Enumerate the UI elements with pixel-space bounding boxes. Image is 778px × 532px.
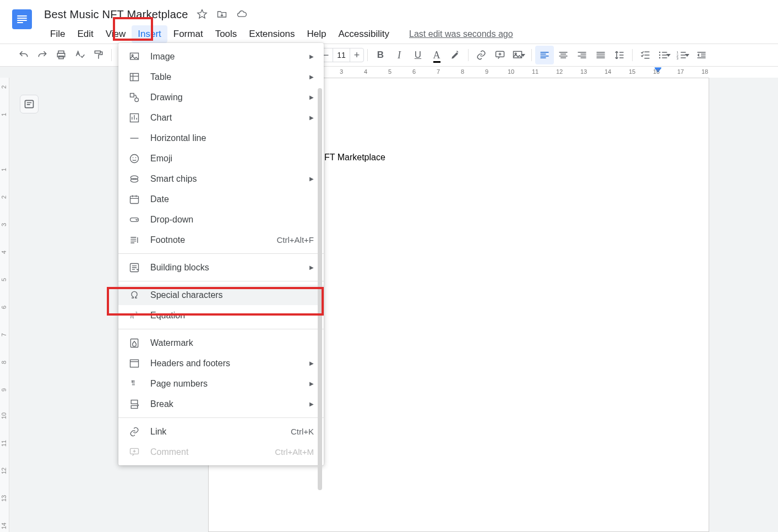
svg-point-7 <box>659 52 661 53</box>
menu-view[interactable]: View <box>100 25 132 43</box>
add-comment-button[interactable] <box>491 46 509 64</box>
menu-item-label: Watermark <box>150 338 314 348</box>
svg-rect-17 <box>130 93 134 97</box>
cloud-status-icon[interactable] <box>236 8 248 20</box>
table-icon <box>128 71 140 83</box>
menu-item-label: Special characters <box>150 290 314 300</box>
ruler-number: 9 <box>1 388 7 392</box>
insert-menu-table[interactable]: Table▶ <box>118 67 324 87</box>
insert-menu-page-numbers[interactable]: #Page numbers▶ <box>118 373 324 394</box>
svg-text:2: 2 <box>135 311 138 315</box>
menu-edit[interactable]: Edit <box>71 25 99 43</box>
italic-button[interactable]: I <box>390 46 409 64</box>
svg-rect-3 <box>95 51 100 53</box>
vertical-ruler[interactable]: 211234567891011121314 <box>0 78 9 532</box>
menu-tools[interactable]: Tools <box>209 25 243 43</box>
insert-menu-break[interactable]: Break▶ <box>118 394 324 414</box>
insert-menu-building-blocks[interactable]: Building blocks▶ <box>118 257 324 278</box>
submenu-caret-icon: ▶ <box>309 176 314 182</box>
svg-point-8 <box>659 55 661 56</box>
svg-point-24 <box>130 178 138 182</box>
text-color-button[interactable]: A <box>427 46 446 64</box>
insert-menu-special-characters[interactable]: Special characters <box>118 285 324 305</box>
dropdown-scrollbar[interactable] <box>318 88 322 454</box>
ruler-number: 13 <box>580 68 587 75</box>
align-right-button[interactable] <box>573 46 591 64</box>
submenu-caret-icon: ▶ <box>309 360 314 366</box>
svg-rect-31 <box>130 360 139 367</box>
ruler-number: 8 <box>461 68 464 75</box>
menu-item-shortcut: Ctrl+K <box>291 427 314 436</box>
highlight-color-button[interactable] <box>446 46 465 64</box>
menu-file[interactable]: File <box>44 25 71 43</box>
bold-button[interactable]: B <box>371 46 390 64</box>
submenu-caret-icon: ▶ <box>309 264 314 270</box>
ruler-number: 2 <box>1 85 7 89</box>
ruler-number: 17 <box>677 68 684 75</box>
decrease-indent-button[interactable] <box>692 46 711 64</box>
numbered-list-button[interactable]: 123 <box>673 46 692 64</box>
insert-menu-headers-and-footers[interactable]: Headers and footers▶ <box>118 353 324 373</box>
insert-menu-link[interactable]: LinkCtrl+K <box>118 421 324 442</box>
menu-help[interactable]: Help <box>301 25 332 43</box>
menu-item-label: Building blocks <box>150 263 314 273</box>
line-spacing-button[interactable] <box>610 46 629 64</box>
star-icon[interactable] <box>196 8 208 20</box>
menu-format[interactable]: Format <box>167 25 209 43</box>
insert-link-button[interactable] <box>472 46 491 64</box>
menu-item-label: Equation <box>150 311 314 321</box>
undo-button[interactable] <box>14 46 33 64</box>
horizontal-ruler[interactable]: 3456789101112131415161718 <box>0 67 778 79</box>
font-size-control[interactable]: − 11 + <box>319 48 364 62</box>
svg-point-22 <box>135 157 137 158</box>
paint-format-button[interactable] <box>89 46 108 64</box>
dropdown-icon <box>128 214 140 226</box>
ruler-number: 7 <box>437 68 440 75</box>
menu-item-label: Horizontal line <box>150 133 314 143</box>
document-outline-button[interactable] <box>20 95 39 113</box>
bulleted-list-button[interactable] <box>655 46 673 64</box>
insert-menu-equation[interactable]: π2Equation <box>118 305 324 325</box>
ruler-number: 12 <box>1 468 7 474</box>
header: Best Music NFT Marketplace FileEditViewI… <box>0 0 778 44</box>
svg-text:#: # <box>131 379 133 383</box>
app-logo[interactable] <box>0 6 44 29</box>
insert-menu-footnote[interactable]: FootnoteCtrl+Alt+F <box>118 230 324 250</box>
insert-menu-smart-chips[interactable]: Smart chips▶ <box>118 169 324 189</box>
font-size-value[interactable]: 11 <box>333 48 350 62</box>
menu-accessibility[interactable]: Accessibility <box>332 25 395 43</box>
ruler-number: 10 <box>508 68 514 75</box>
insert-menu-chart[interactable]: Chart▶ <box>118 107 324 128</box>
svg-rect-16 <box>130 73 139 80</box>
move-to-folder-icon[interactable] <box>216 8 228 20</box>
last-edit-link[interactable]: Last edit was seconds ago <box>409 29 513 39</box>
checklist-button[interactable] <box>636 46 655 64</box>
insert-image-button[interactable] <box>509 46 528 64</box>
align-left-button[interactable] <box>535 46 554 64</box>
insert-menu-date[interactable]: Date <box>118 189 324 209</box>
document-title[interactable]: Best Music NFT Marketplace <box>44 8 188 21</box>
underline-button[interactable]: U <box>409 46 427 64</box>
menu-insert[interactable]: Insert <box>132 25 167 43</box>
increase-font-button[interactable]: + <box>350 50 363 61</box>
submenu-caret-icon: ▶ <box>309 401 314 407</box>
insert-menu-drawing[interactable]: Drawing▶ <box>118 87 324 107</box>
insert-menu-image[interactable]: Image▶ <box>118 46 324 67</box>
insert-menu-dropdown: Image▶Table▶Drawing▶Chart▶Horizontal lin… <box>118 43 324 465</box>
menu-extensions[interactable]: Extensions <box>243 25 301 43</box>
align-justify-button[interactable] <box>591 46 610 64</box>
align-center-button[interactable] <box>554 46 573 64</box>
insert-menu-drop-down[interactable]: Drop-down <box>118 209 324 230</box>
insert-menu-watermark[interactable]: Watermark <box>118 333 324 353</box>
insert-menu-horizontal-line[interactable]: Horizontal line <box>118 128 324 148</box>
submenu-caret-icon: ▶ <box>309 94 314 100</box>
menu-separator <box>118 281 324 281</box>
redo-button[interactable] <box>33 46 52 64</box>
print-button[interactable] <box>52 46 70 64</box>
insert-menu-emoji[interactable]: Emoji <box>118 148 324 169</box>
ruler-number: 13 <box>1 495 7 502</box>
headers-icon <box>128 357 140 370</box>
ruler-number: 14 <box>1 523 7 529</box>
spellcheck-button[interactable] <box>70 46 89 64</box>
equation-icon: π2 <box>128 310 140 322</box>
